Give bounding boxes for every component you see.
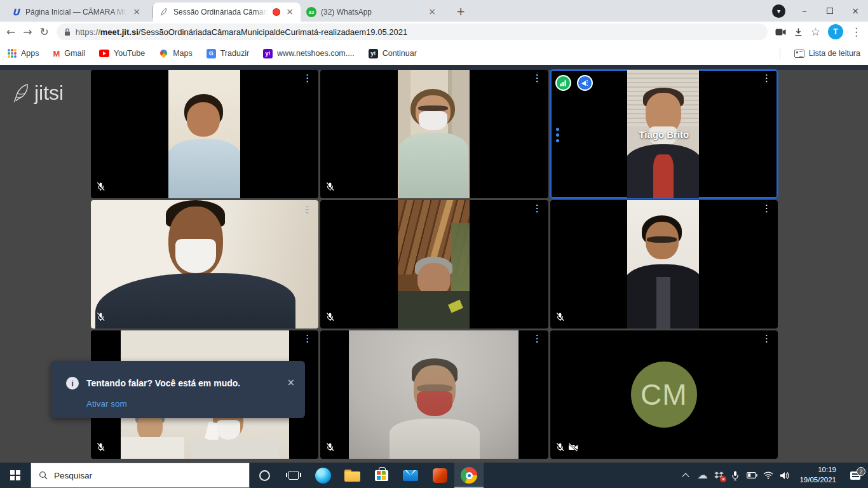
tray-dropbox[interactable]: × — [710, 463, 727, 488]
forward-button[interactable]: → — [23, 27, 32, 37]
tray-onedrive[interactable]: ☁ — [694, 463, 710, 488]
moderator-icon — [577, 75, 593, 91]
jitsi-brand-text: jitsi — [34, 81, 64, 105]
browser-menu-icon[interactable]: ⋮ — [851, 27, 862, 37]
tile-menu-icon[interactable]: ⋮ — [762, 204, 771, 214]
tile-menu-icon[interactable]: ⋮ — [762, 74, 771, 83]
mic-muted-icon — [325, 182, 335, 194]
jitsi-feather-icon — [10, 82, 33, 105]
taskbar-office[interactable] — [425, 463, 454, 488]
video-tile-8[interactable]: ⋮ — [320, 330, 548, 459]
tile-menu-icon[interactable]: ⋮ — [532, 334, 542, 344]
toast-close-icon[interactable]: × — [287, 377, 295, 388]
new-tab-button[interactable]: + — [452, 3, 470, 20]
cortana-button[interactable] — [250, 463, 279, 488]
participant-video — [627, 200, 699, 329]
taskbar-edge[interactable] — [308, 463, 337, 488]
minimize-button[interactable]: – — [792, 0, 817, 22]
bookmark-traduzir[interactable]: G Traduzir — [207, 49, 249, 58]
window-controls: ▾ – × — [772, 0, 868, 22]
taskbar-clock[interactable]: 10:19 19/05/2021 — [793, 465, 843, 485]
wifi-icon — [763, 471, 773, 479]
edge-icon — [315, 468, 331, 484]
camera-in-use-icon[interactable] — [775, 29, 786, 36]
jitsi-watermark: jitsi — [10, 81, 64, 105]
start-button[interactable] — [0, 463, 31, 488]
chrome-update-icon[interactable]: ▾ — [772, 4, 785, 18]
tab-title: (32) WhatsApp — [321, 8, 423, 17]
mail-icon — [403, 470, 418, 481]
tile-menu-icon[interactable]: ⋮ — [302, 204, 312, 214]
tab-whatsapp[interactable]: 32 (32) WhatsApp × — [301, 3, 448, 22]
tray-expand-button[interactable] — [677, 463, 694, 488]
tab-jitsi-session[interactable]: Sessão Ordináriada Câmara Mu × — [153, 3, 301, 22]
maximize-button[interactable] — [817, 0, 843, 22]
video-tile-2[interactable]: ⋮ — [320, 70, 548, 198]
back-button[interactable]: ← — [6, 27, 15, 37]
url-text: https://meet.jit.si/SessãoOrdináriadaCâm… — [76, 27, 407, 37]
tile-menu-icon[interactable]: ⋮ — [532, 204, 542, 214]
jitsi-meeting-page: jitsi ⋮ ⋮ Ti — [0, 65, 868, 463]
tile-menu-icon[interactable]: ⋮ — [302, 74, 312, 83]
taskbar-mail[interactable] — [396, 463, 425, 488]
bookmark-label: www.netshoes.com.... — [277, 49, 355, 58]
bookmark-apps[interactable]: Apps — [8, 49, 39, 58]
cloud-icon: ☁ — [697, 470, 707, 480]
video-tile-4[interactable]: ⋮ — [91, 200, 318, 329]
video-tile-6[interactable]: ⋮ — [550, 200, 778, 329]
bookmark-star-icon[interactable]: ☆ — [811, 27, 820, 37]
profile-avatar[interactable]: T — [828, 24, 843, 39]
address-bar[interactable]: https://meet.jit.si/SessãoOrdináriadaCâm… — [57, 24, 768, 40]
task-view-button[interactable] — [279, 463, 308, 488]
tab-close-icon[interactable]: × — [285, 7, 295, 17]
browser-toolbar: ← → ↻ https://meet.jit.si/SessãoOrdinári… — [0, 22, 868, 42]
volume-icon — [780, 471, 790, 480]
tile-menu-icon[interactable]: ⋮ — [302, 334, 312, 344]
bookmark-gmail[interactable]: M Gmail — [53, 49, 86, 58]
tab-close-icon[interactable]: × — [132, 7, 142, 17]
close-window-button[interactable]: × — [843, 0, 868, 22]
taskbar-chrome-active[interactable] — [454, 463, 484, 488]
tile-menu-icon[interactable]: ⋮ — [532, 74, 542, 83]
video-tile-tiago-brito[interactable]: Tiago Brito ⋮ — [550, 70, 778, 198]
reading-list-button[interactable]: Lista de leitura — [794, 49, 860, 58]
bookmark-label: YouTube — [114, 49, 145, 58]
connection-quality-icon[interactable] — [555, 75, 571, 91]
tray-battery[interactable] — [743, 463, 760, 488]
taskbar-search-input[interactable]: Pesquisar — [31, 463, 250, 488]
translate-icon: G — [207, 49, 216, 58]
mic-muted-icon — [555, 312, 565, 324]
yahoo-icon: y! — [263, 49, 273, 58]
bookmark-maps[interactable]: Maps — [159, 49, 193, 58]
tile-menu-icon[interactable]: ⋮ — [762, 334, 771, 344]
video-tile-cm-avatar[interactable]: CM ⋮ — [550, 330, 778, 459]
youtube-icon — [99, 50, 109, 57]
bookmark-youtube[interactable]: YouTube — [99, 49, 145, 58]
tab-close-icon[interactable]: × — [427, 7, 437, 17]
windows-logo-icon — [10, 470, 20, 480]
unmute-link[interactable]: Ativar som — [86, 399, 127, 409]
video-tile-1[interactable]: ⋮ — [91, 70, 318, 198]
participant-avatar: CM — [631, 362, 697, 428]
tray-volume[interactable] — [776, 463, 793, 488]
reading-list-icon — [794, 50, 804, 58]
chrome-icon — [461, 467, 477, 484]
download-icon[interactable] — [794, 27, 803, 37]
tray-wifi[interactable] — [760, 463, 776, 488]
muted-notification-toast: i Tentando falar? Você está em mudo. × A… — [51, 361, 305, 418]
action-center-button[interactable]: 2 — [843, 471, 868, 480]
reload-button[interactable]: ↻ — [40, 27, 49, 37]
file-explorer-icon — [344, 470, 360, 482]
dropbox-error-badge: × — [720, 476, 726, 482]
tab-camara-municipal[interactable]: U Página Inicial — CÂMARA MUNICI × — [5, 3, 153, 22]
task-view-icon — [288, 471, 299, 480]
participant-video — [349, 330, 519, 459]
bookmark-netshoes[interactable]: y! www.netshoes.com.... — [263, 49, 355, 58]
video-tile-5[interactable]: ⋮ — [320, 200, 548, 329]
taskbar-file-explorer[interactable] — [337, 463, 367, 488]
bookmark-continuar[interactable]: y! Continuar — [369, 49, 417, 58]
bookmark-label: Traduzir — [220, 49, 249, 58]
participant-name: Tiago Brito — [639, 129, 689, 140]
tray-microphone[interactable] — [727, 463, 743, 488]
taskbar-microsoft-store[interactable] — [367, 463, 396, 488]
